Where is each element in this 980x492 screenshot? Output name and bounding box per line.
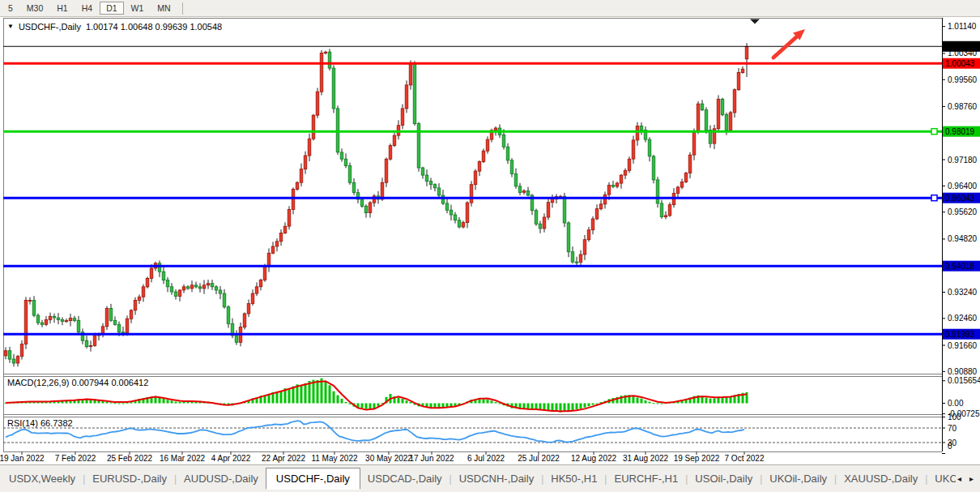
date-axis-label: 17 Jun 2022 <box>409 454 454 463</box>
chart-tab-hk50-h1[interactable]: HK50-,H1 <box>543 469 604 488</box>
price-badge-value: 0.96043 <box>945 194 975 203</box>
chart-tab-usdcnh-daily[interactable]: USDCNH-,Daily <box>452 469 541 488</box>
price-axis-tick: 0.91660 <box>948 341 978 350</box>
date-axis-label: 6 Jul 2022 <box>467 454 505 463</box>
chart-tab-eurchf-h1[interactable]: EURCHF-,H1 <box>607 469 685 488</box>
timeframe-toolbar: 5M30H1H4D1W1MN <box>0 0 980 17</box>
chart-tab-ukoil-daily[interactable]: UKOil-,Daily <box>762 469 834 488</box>
chart-canvas[interactable]: 1.011401.003400.995600.987600.971800.964… <box>0 0 980 464</box>
price-axis-tick: 1.01140 <box>948 22 977 31</box>
price-axis-tick: 0.95620 <box>948 207 978 216</box>
price-axis-tick: 0.97180 <box>948 156 978 165</box>
rsi-axis-tick: 70 <box>948 424 957 433</box>
timeframe-button-H4[interactable]: H4 <box>75 2 99 15</box>
toolbar-separator <box>182 2 183 15</box>
chart-tab-usdcad-daily[interactable]: USDCAD-,Daily <box>360 469 450 488</box>
rsi-line <box>6 421 744 443</box>
chart-tabs-bar: USDX,Weekly|EURUSD-,Daily|AUDUSD-,DailyU… <box>0 464 980 492</box>
chart-dropdown-icon[interactable]: ▼ <box>7 24 14 30</box>
date-axis-label: 12 Aug 2022 <box>571 454 617 463</box>
timeframe-button-MN[interactable]: MN <box>151 2 177 15</box>
macd-axis-tick: 0.00 <box>948 399 964 408</box>
macd-indicator-label: MACD(12,26,9) 0.007944 0.006412 <box>7 378 148 387</box>
chart-tab-audusd-daily[interactable]: AUDUSD-,Daily <box>177 469 266 488</box>
chart-ohlc-values: 1.00174 1.00648 0.99639 1.00548 <box>86 22 222 32</box>
line-handle[interactable] <box>931 195 937 201</box>
chart-tab-usdchf-daily[interactable]: USDCHF-,Daily <box>266 468 360 490</box>
price-axis-tick: 0.98760 <box>948 102 978 111</box>
price-axis-tick: 0.93240 <box>948 288 978 297</box>
chart-symbol-label: USDCHF-,Daily <box>19 22 81 32</box>
chart-tab-usdx-weekly[interactable]: USDX,Weekly <box>2 469 83 488</box>
date-axis-label: 4 Apr 2022 <box>211 454 251 463</box>
rsi-axis-tick: 100 <box>948 413 961 421</box>
chart-tabs: USDX,Weekly|EURUSD-,Daily|AUDUSD-,DailyU… <box>2 468 956 490</box>
price-badge-value: 0.91993 <box>945 330 975 339</box>
price-badge-value: 1.00548 <box>945 42 975 51</box>
date-axis-label: 11 May 2022 <box>311 454 358 463</box>
date-axis-label: 7 Feb 2022 <box>55 454 96 463</box>
price-axis-tick: 0.92460 <box>948 314 978 323</box>
price-axis-tick: 0.99560 <box>948 75 978 84</box>
tab-scroll-left-icon[interactable]: ◂ <box>957 474 961 483</box>
tab-scroll-right-icon[interactable]: ▸ <box>969 474 974 483</box>
tab-scroll-controls: ◂ ▸ <box>956 474 978 483</box>
price-axis-tick: 0.94820 <box>948 234 978 243</box>
timeframe-button-W1[interactable]: W1 <box>125 2 151 15</box>
mt4-window: 5M30H1H4D1W1MN 1.011401.003400.995600.98… <box>0 0 980 492</box>
timeframe-button-5[interactable]: 5 <box>2 2 19 15</box>
date-axis-label: 19 Jan 2022 <box>0 454 45 463</box>
macd-axis-tick: 0.015654 <box>948 376 980 385</box>
chart-shift-marker[interactable] <box>750 19 760 24</box>
chart-tab-xauusd-daily[interactable]: XAUUSD-,Daily <box>837 469 925 488</box>
date-axis-label: 25 Feb 2022 <box>107 454 153 463</box>
date-axis-label: 19 Sep 2022 <box>674 454 720 463</box>
rsi-axis-tick: 0 <box>948 442 952 451</box>
line-handle[interactable] <box>931 129 937 135</box>
candles <box>4 43 748 366</box>
timeframe-button-H1[interactable]: H1 <box>50 2 74 15</box>
timeframe-button-M30[interactable]: M30 <box>20 2 49 15</box>
price-axis-tick: 0.90880 <box>948 367 978 376</box>
chart-tab-usoil-daily[interactable]: USOil-,Daily <box>688 469 760 488</box>
price-badge-value: 1.00043 <box>945 59 975 68</box>
price-badge-value: 0.98019 <box>945 127 975 136</box>
date-axis-label: 31 Aug 2022 <box>623 454 669 463</box>
date-axis-label: 22 Apr 2022 <box>262 454 305 463</box>
chart-tab-ukoil-da[interactable]: UKOil-,Da <box>927 469 956 488</box>
rsi-indicator-label: RSI(14) 66.7382 <box>7 418 73 428</box>
date-axis-label: 25 Jul 2022 <box>518 454 560 463</box>
date-axis-label: 7 Oct 2022 <box>725 454 765 463</box>
price-axis-tick: 0.96400 <box>948 182 978 190</box>
date-axis-label: 30 May 2022 <box>365 454 412 463</box>
trend-arrow-annotation[interactable] <box>773 36 797 58</box>
chart-title: ▼ USDCHF-,Daily 1.00174 1.00648 0.99639 … <box>7 22 222 32</box>
chart-tab-eurusd-daily[interactable]: EURUSD-,Daily <box>85 469 174 488</box>
price-badge-value: 0.94018 <box>945 262 975 271</box>
timeframe-button-D1[interactable]: D1 <box>100 2 123 15</box>
date-axis-label: 16 Mar 2022 <box>160 454 206 463</box>
